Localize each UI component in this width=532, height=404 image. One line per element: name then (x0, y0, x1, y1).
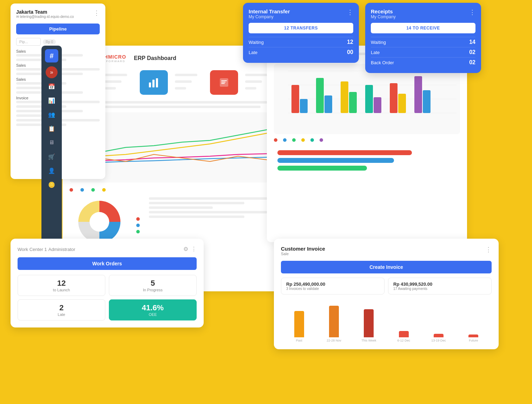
receipts-waiting-row: Waiting 14 (371, 37, 475, 47)
svg-rect-4 (156, 78, 158, 87)
team-menu-icon[interactable]: ⋮ (93, 9, 100, 17)
svg-rect-25 (398, 94, 406, 113)
internal-transfer-subtitle: My Company (249, 14, 290, 19)
invoice-card: Customer Invoice Sale ⋮ Create Invoice R… (274, 239, 499, 349)
stat-to-launch-label: to Launch (53, 288, 70, 292)
svg-rect-22 (365, 85, 373, 113)
receipts-title: Receipts (371, 8, 396, 14)
bar-13-19-dec-bar (434, 334, 444, 337)
sidebar-icon-calendar[interactable]: 📅 (46, 80, 58, 92)
receipts-btn[interactable]: 14 TO RECEIVE (371, 23, 475, 33)
search-input[interactable]: Pip... (16, 38, 41, 46)
bar-13-19-dec: 13-19 Dec (424, 334, 453, 342)
bar-future-bar (468, 335, 478, 337)
receipts-card: Receipts My Company ⋮ 14 TO RECEIVE Wait… (365, 3, 481, 73)
stat-oee-label: OEE (149, 312, 157, 317)
svg-rect-6 (221, 80, 227, 81)
invoice-menu-icon[interactable]: ⋮ (485, 246, 492, 253)
invoice-bar-chart: Past 22-28 Nov This Week 6-12 Dec 13-19 … (281, 300, 492, 342)
receipts-late-row: Late 02 (371, 47, 475, 57)
bar-6-12-dec-bar (399, 331, 409, 337)
sidebar-icon-cart[interactable]: 🛒 (46, 151, 58, 163)
sidebar-icon-coin[interactable]: 🪙 (46, 179, 58, 191)
create-invoice-button[interactable]: Create Invoice (281, 261, 492, 273)
svg-rect-19 (324, 95, 332, 113)
svg-rect-3 (152, 80, 155, 87)
waiting-label: Waiting (249, 40, 264, 45)
stat-to-launch-num: 12 (57, 279, 66, 288)
sidebar: # » 📅 📊 👥 📋 🖥 🛒 👤 🪙 (41, 46, 62, 263)
svg-rect-20 (341, 81, 348, 113)
right-chart-panel (267, 46, 467, 242)
amount-pill: Rp 0 (43, 39, 56, 45)
invoice-amount-val-2: Rp 430,999,520.00 (393, 282, 486, 287)
hbar-green (277, 166, 367, 171)
receipts-backorder-row: Back Order 02 (371, 57, 475, 67)
stat-oee-num: 41.6% (142, 303, 164, 312)
receipts-subtitle: My Company (371, 14, 396, 19)
invoice-amount-validate: Rp 250,490,000.00 3 Invoices to validate (281, 278, 385, 294)
widget-invoice[interactable] (210, 70, 238, 95)
widget-chart[interactable] (140, 70, 168, 95)
bar-6-12-dec-label: 6-12 Dec (397, 339, 410, 342)
svg-rect-24 (390, 83, 398, 113)
invoice-amount-val-1: Rp 250,490,000.00 (286, 282, 379, 287)
invoice-amount-label-2: 17 Awaiting payments (393, 287, 486, 291)
receipts-late-value: 02 (469, 49, 475, 55)
bar-future: Future (459, 335, 488, 342)
bar-22-28-nov-label: 22-28 Nov (327, 339, 341, 342)
receipts-backorder-value: 02 (469, 59, 475, 66)
svg-rect-23 (374, 97, 381, 113)
invoice-title: Customer Invoice (281, 246, 325, 252)
sidebar-icon-chart[interactable]: 📊 (46, 94, 58, 106)
sidebar-icon-person[interactable]: 👤 (46, 165, 58, 177)
stat-late: 2 Late (18, 299, 105, 320)
stat-late-num: 2 (59, 303, 64, 312)
hbar-blue (277, 158, 394, 163)
stat-in-progress-num: 5 (151, 279, 155, 288)
bar-past: Past (284, 311, 314, 342)
late-value: 00 (347, 49, 353, 55)
internal-transfer-late-row: Late 00 (249, 47, 353, 57)
invoice-amount-label-1: 3 Invoices to validate (286, 287, 379, 291)
bar-chart-svg (274, 64, 460, 127)
bar-this-week-bar (364, 309, 374, 337)
receipts-backorder-label: Back Order (371, 60, 394, 65)
svg-rect-18 (316, 78, 324, 113)
sidebar-expand-icon[interactable]: » (46, 66, 58, 78)
internal-transfer-menu[interactable]: ⋮ (347, 8, 353, 16)
workcenter-title: Work Center 1 Administrator (18, 246, 75, 252)
sidebar-icon-monitor[interactable]: 🖥 (46, 137, 58, 148)
stat-to-launch: 12 to Launch (18, 275, 105, 296)
svg-rect-27 (423, 90, 431, 113)
stat-in-progress: 5 In Progress (109, 275, 197, 296)
work-orders-button[interactable]: Work Orders (18, 257, 197, 270)
hbar-red (277, 150, 412, 155)
receipts-late-label: Late (371, 50, 380, 55)
bar-13-19-dec-label: 13-19 Dec (431, 339, 446, 342)
svg-rect-8 (221, 83, 225, 84)
workcenter-menu-icon[interactable]: ⋮ (191, 246, 197, 252)
svg-rect-17 (300, 99, 308, 113)
svg-rect-2 (149, 82, 151, 87)
workcenter-stats: 12 to Launch 5 In Progress 2 Late 41.6% … (18, 275, 197, 320)
pipeline-button[interactable]: Pipeline (16, 24, 100, 34)
late-label: Late (249, 50, 257, 55)
receipts-menu[interactable]: ⋮ (469, 8, 475, 16)
internal-transfer-card: Internal Transfer My Company ⋮ 12 TRANSF… (243, 3, 359, 63)
svg-rect-21 (349, 92, 357, 113)
sidebar-icon-users[interactable]: 👥 (46, 108, 58, 120)
internal-transfer-btn[interactable]: 12 TRANSFERS (249, 23, 353, 33)
svg-rect-7 (221, 82, 225, 82)
sidebar-logo: # (45, 49, 58, 62)
bar-this-week: This Week (354, 309, 383, 342)
bar-6-12-dec: 6-12 Dec (389, 331, 418, 342)
sidebar-icon-doc[interactable]: 📋 (46, 122, 58, 134)
bar-chart-legend (274, 138, 460, 142)
internal-transfer-title: Internal Transfer (249, 8, 290, 14)
team-email: ✉ telering@trading-id.equio-demo.co (16, 15, 74, 19)
receipts-waiting-label: Waiting (371, 40, 386, 45)
bar-chart-area (274, 64, 460, 134)
bar-past-bar (294, 311, 304, 337)
workcenter-settings-icon[interactable]: ⚙ (183, 246, 188, 252)
